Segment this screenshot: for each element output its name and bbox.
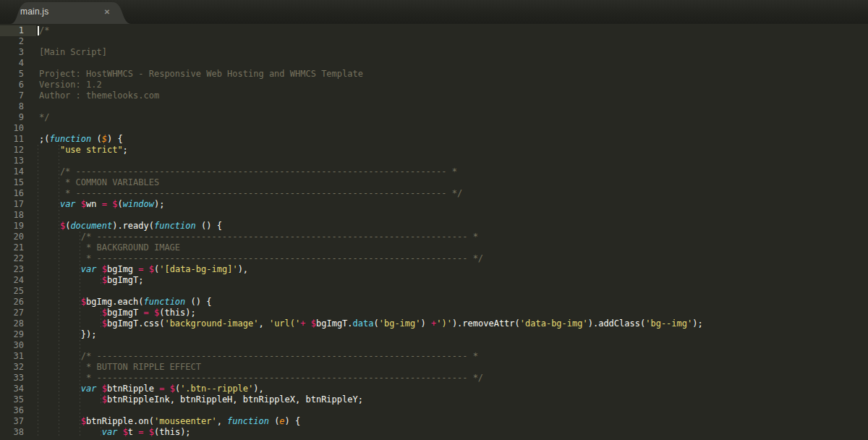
code-text: * --------------------------------------…	[36, 253, 483, 264]
line-number[interactable]: 15	[0, 177, 36, 188]
line-number[interactable]: 5	[0, 69, 36, 80]
code-line[interactable]: 26 $bgImg.each(function () {	[0, 297, 868, 308]
code-line[interactable]: 28 $bgImgT.css('background-image', 'url(…	[0, 318, 868, 329]
code-text	[36, 405, 39, 416]
code-text: $btnRipple.on('mouseenter', function (e)…	[36, 416, 300, 427]
code-line[interactable]: 16 * -----------------------------------…	[0, 188, 868, 199]
line-number[interactable]: 25	[0, 286, 36, 297]
code-text: $bgImgT.css('background-image', 'url('+ …	[36, 318, 703, 329]
code-line[interactable]: 32 * BUTTON RIPPLE EFFECT	[0, 362, 868, 373]
line-number[interactable]: 8	[0, 101, 36, 112]
line-number[interactable]: 13	[0, 156, 36, 166]
code-line[interactable]: 33 * -----------------------------------…	[0, 373, 868, 384]
code-line[interactable]: 22 * -----------------------------------…	[0, 253, 868, 264]
line-number[interactable]: 11	[0, 134, 36, 145]
line-number[interactable]: 34	[0, 384, 36, 394]
line-number[interactable]: 21	[0, 242, 36, 253]
code-line[interactable]: 37 $btnRipple.on('mouseenter', function …	[0, 416, 868, 427]
code-line[interactable]: 5Project: HostWHMCS - Responsive Web Hos…	[0, 69, 868, 80]
line-number[interactable]: 31	[0, 351, 36, 362]
code-line[interactable]: 24 $bgImgT;	[0, 275, 868, 286]
line-number[interactable]: 6	[0, 80, 36, 90]
code-line[interactable]: 35 $btnRippleInk, btnRippleH, btnRippleX…	[0, 394, 868, 405]
line-number[interactable]: 19	[0, 221, 36, 232]
code-line[interactable]: 36	[0, 405, 868, 416]
code-line[interactable]: 9*/	[0, 112, 868, 123]
tab-main-js[interactable]: main.js ✕	[4, 0, 145, 24]
code-text: Author : themelooks.com	[36, 90, 159, 101]
code-line[interactable]: 18	[0, 210, 868, 221]
line-number[interactable]: 38	[0, 427, 36, 438]
code-text: $bgImgT;	[36, 275, 144, 286]
code-line[interactable]: 10	[0, 123, 868, 134]
code-line[interactable]: 8	[0, 101, 868, 112]
line-number[interactable]: 3	[0, 47, 36, 58]
code-line[interactable]: 21 * BACKGROUND IMAGE	[0, 242, 868, 253]
line-number[interactable]: 14	[0, 166, 36, 177]
code-text: * --------------------------------------…	[36, 373, 483, 384]
code-line[interactable]: 19 $(document).ready(function () {	[0, 221, 868, 232]
line-number[interactable]: 12	[0, 145, 36, 156]
line-number[interactable]: 16	[0, 188, 36, 199]
line-number[interactable]: 26	[0, 297, 36, 308]
line-number[interactable]: 23	[0, 264, 36, 275]
line-number[interactable]: 36	[0, 405, 36, 416]
code-line[interactable]: 15 * COMMON VARIABLES	[0, 177, 868, 188]
code-text: * BACKGROUND IMAGE	[36, 242, 180, 253]
code-line[interactable]: 14 /* ----------------------------------…	[0, 166, 868, 177]
line-number[interactable]: 30	[0, 340, 36, 351]
code-line[interactable]: 27 $bgImgT = $(this);	[0, 308, 868, 318]
code-line[interactable]: 12 "use strict";	[0, 145, 868, 156]
code-text	[36, 101, 39, 112]
code-line[interactable]: 6Version: 1.2	[0, 80, 868, 90]
code-text: });	[36, 329, 96, 340]
code-line[interactable]: 3[Main Script]	[0, 47, 868, 58]
line-number[interactable]: 28	[0, 318, 36, 329]
code-text	[36, 340, 39, 351]
code-line[interactable]: 25	[0, 286, 868, 297]
line-number[interactable]: 33	[0, 373, 36, 384]
line-number[interactable]: 27	[0, 308, 36, 318]
line-number[interactable]: 7	[0, 90, 36, 101]
line-number[interactable]: 10	[0, 123, 36, 134]
code-line[interactable]: 38 var $t = $(this);	[0, 427, 868, 438]
line-number[interactable]: 20	[0, 232, 36, 242]
line-number[interactable]: 17	[0, 199, 36, 210]
line-number[interactable]: 4	[0, 58, 36, 69]
code-line[interactable]: 13	[0, 156, 868, 166]
code-text: Project: HostWHMCS - Responsive Web Host…	[36, 69, 363, 80]
code-line[interactable]: 11;(function ($) {	[0, 134, 868, 145]
code-line[interactable]: 31 /* ----------------------------------…	[0, 351, 868, 362]
code-text	[36, 123, 39, 134]
code-editor[interactable]: 1/*23[Main Script]45Project: HostWHMCS -…	[0, 24, 868, 440]
code-line[interactable]: 20 /* ----------------------------------…	[0, 232, 868, 242]
code-line[interactable]: 1/*	[0, 25, 868, 36]
code-text	[36, 210, 39, 221]
line-number[interactable]: 18	[0, 210, 36, 221]
code-text: var $btnRipple = $('.btn--ripple'),	[36, 384, 264, 394]
code-text: "use strict";	[36, 145, 128, 156]
line-number[interactable]: 1	[0, 25, 36, 36]
code-line[interactable]: 30	[0, 340, 868, 351]
code-line[interactable]: 34 var $btnRipple = $('.btn--ripple'),	[0, 384, 868, 394]
code-line[interactable]: 7Author : themelooks.com	[0, 90, 868, 101]
code-line[interactable]: 2	[0, 36, 868, 47]
code-text: $bgImg.each(function () {	[36, 297, 211, 308]
line-number[interactable]: 22	[0, 253, 36, 264]
code-text: ;(function ($) {	[36, 134, 123, 145]
line-number[interactable]: 24	[0, 275, 36, 286]
code-line[interactable]: 29 });	[0, 329, 868, 340]
line-number[interactable]: 9	[0, 112, 36, 123]
code-line[interactable]: 17 var $wn = $(window);	[0, 199, 868, 210]
code-text: * --------------------------------------…	[36, 188, 462, 199]
line-number[interactable]: 2	[0, 36, 36, 47]
code-line[interactable]: 23 var $bgImg = $('[data-bg-img]'),	[0, 264, 868, 275]
line-number[interactable]: 29	[0, 329, 36, 340]
line-number[interactable]: 37	[0, 416, 36, 427]
code-line[interactable]: 4	[0, 58, 868, 69]
line-number[interactable]: 35	[0, 394, 36, 405]
close-icon[interactable]: ✕	[101, 7, 113, 18]
code-text: Version: 1.2	[36, 80, 102, 90]
tab-title: main.js	[20, 7, 48, 17]
line-number[interactable]: 32	[0, 362, 36, 373]
